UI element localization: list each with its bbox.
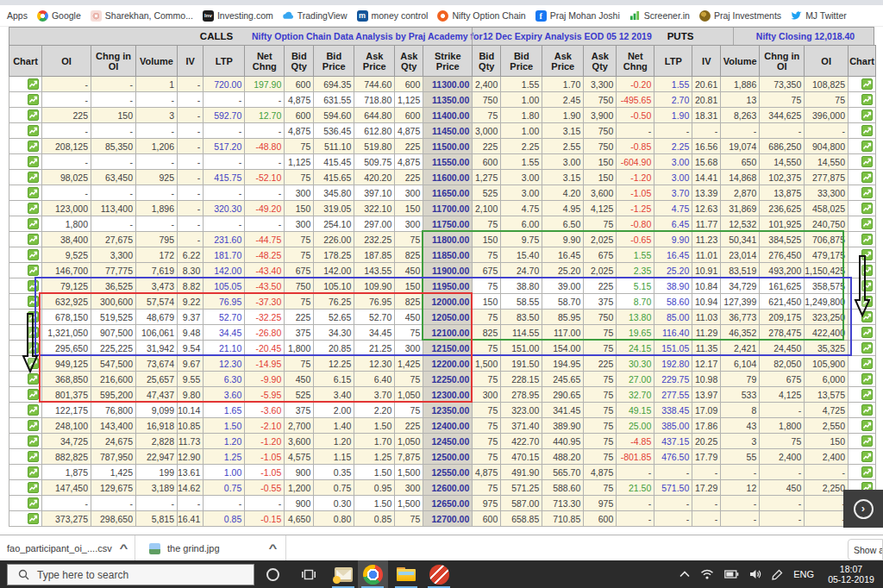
chart-icon[interactable]	[861, 249, 873, 260]
wifi-icon[interactable]	[700, 569, 714, 579]
next-overlay-button[interactable]: ›	[843, 490, 883, 528]
chart-icon[interactable]	[28, 342, 39, 353]
chart-icon[interactable]	[28, 94, 39, 105]
chart-icon[interactable]	[861, 420, 873, 431]
chart-icon[interactable]	[861, 466, 873, 478]
chart-icon[interactable]	[28, 125, 39, 136]
put-oi-cell: 422,400	[805, 325, 849, 341]
chart-icon[interactable]	[28, 513, 39, 524]
chart-icon[interactable]	[28, 109, 39, 121]
chart-icon[interactable]	[28, 466, 39, 478]
chart-cell	[9, 247, 42, 263]
bookmark-nifty[interactable]: Nifty Option Chain	[437, 10, 525, 22]
download-item-csv[interactable]: fao_participant_oi_....csv ^	[0, 535, 135, 561]
chart-icon[interactable]	[861, 156, 873, 167]
bookmark-twitter[interactable]: MJ Twitter	[791, 10, 847, 22]
put-volume-cell: 1,886	[721, 77, 760, 92]
chart-icon[interactable]	[28, 482, 39, 493]
chart-icon[interactable]	[28, 373, 39, 385]
put-net-chng-cell: -0.80	[617, 216, 654, 232]
call-volume-cell: 73,674	[136, 356, 178, 372]
bookmark-google[interactable]: Google	[37, 10, 81, 22]
chart-icon[interactable]	[28, 172, 39, 183]
chart-icon[interactable]	[28, 404, 39, 416]
pen-icon[interactable]	[772, 569, 783, 580]
chart-icon[interactable]	[861, 358, 873, 369]
chart-icon[interactable]	[861, 404, 873, 416]
cortana-button[interactable]	[259, 560, 286, 588]
task-view-button[interactable]	[295, 560, 323, 588]
tray-chevron-up[interactable]	[679, 571, 690, 578]
chart-icon[interactable]	[28, 420, 39, 431]
chevron-up-icon[interactable]: ^	[119, 542, 128, 554]
chart-icon[interactable]	[861, 327, 873, 338]
chart-icon[interactable]	[28, 141, 39, 152]
chart-icon[interactable]	[861, 125, 873, 136]
chart-icon[interactable]	[861, 280, 873, 291]
download-item-jpg[interactable]: the grind.jpg ^	[135, 535, 286, 561]
show-all-downloads-button[interactable]: Show a	[848, 539, 883, 560]
chart-icon[interactable]	[861, 218, 873, 229]
chart-icon[interactable]	[861, 187, 873, 198]
chart-icon[interactable]	[28, 234, 39, 245]
battery-icon[interactable]	[724, 570, 739, 579]
chart-icon[interactable]	[28, 311, 39, 322]
chart-icon[interactable]	[861, 78, 873, 90]
chart-icon[interactable]	[861, 389, 873, 400]
bookmark-moneycontrol[interactable]: mmoney control	[357, 10, 429, 22]
chart-icon[interactable]	[28, 451, 39, 462]
chart-icon[interactable]	[861, 342, 873, 353]
bookmark-screener[interactable]: Screener.in	[629, 10, 690, 22]
chart-icon[interactable]	[28, 435, 39, 447]
bookmark-praj[interactable]: Praj Investments	[699, 10, 781, 22]
chart-icon[interactable]	[28, 218, 39, 229]
chart-icon[interactable]	[28, 389, 39, 400]
chart-icon[interactable]	[861, 435, 873, 447]
chart-icon[interactable]	[28, 296, 39, 307]
bookmark-facebook[interactable]: fPraj Mohan Joshi	[535, 10, 620, 22]
bookmark-tradingview[interactable]: TradingView	[283, 10, 348, 22]
chart-icon[interactable]	[861, 109, 873, 121]
chart-icon[interactable]	[861, 141, 873, 152]
put-oi-cell: -	[805, 465, 849, 480]
chart-icon[interactable]	[28, 156, 39, 167]
chart-icon[interactable]	[861, 172, 873, 183]
chart-icon[interactable]	[28, 78, 39, 90]
chart-icon[interactable]	[861, 265, 873, 276]
sharekhan-app-button[interactable]	[425, 560, 453, 588]
chart-icon[interactable]	[28, 249, 39, 260]
chart-icon[interactable]	[28, 497, 39, 509]
chart-icon[interactable]	[861, 296, 873, 307]
bookmark-investing[interactable]: InvInvesting.com	[203, 10, 273, 22]
chart-icon[interactable]	[28, 265, 39, 276]
chevron-up-icon[interactable]: ^	[268, 542, 277, 554]
chart-icon[interactable]	[28, 280, 39, 291]
chart-icon[interactable]	[28, 358, 39, 369]
chart-cell	[849, 201, 876, 216]
chart-icon[interactable]	[28, 187, 39, 198]
chart-icon[interactable]	[28, 203, 39, 214]
chrome-button[interactable]	[358, 560, 388, 588]
table-row: 678,150519,52548,6799.3752.70-32.2522552…	[9, 310, 876, 325]
chart-icon[interactable]	[861, 373, 873, 385]
file-explorer-button[interactable]	[392, 560, 420, 588]
taskbar-clock[interactable]: 18:07 05-12-2019	[824, 564, 878, 585]
call-ask-price-cell: 612.80	[354, 123, 395, 139]
bookmark-apps[interactable]: Apps	[7, 10, 28, 21]
call-iv-cell: -	[178, 123, 204, 139]
call-ltp-cell: 105.05	[204, 278, 245, 294]
chart-icon[interactable]	[28, 327, 39, 338]
put-ask-price-cell: 245.65	[542, 372, 584, 387]
chart-icon[interactable]	[861, 234, 873, 245]
put-volume-cell: 55	[721, 449, 760, 465]
chart-icon[interactable]	[861, 203, 873, 214]
volume-icon[interactable]	[749, 569, 761, 579]
chart-icon[interactable]	[861, 451, 873, 462]
bookmark-sharekhan[interactable]: Sharekhan, Commo...	[91, 10, 193, 22]
call-ask-price-cell: 6.40	[354, 372, 395, 387]
language-indicator[interactable]: ENG	[793, 569, 814, 579]
chart-icon[interactable]	[861, 94, 873, 105]
chart-icon[interactable]	[861, 311, 873, 322]
taskbar-search-box[interactable]: Type here to search	[7, 564, 254, 585]
mail-app-button[interactable]	[329, 560, 357, 588]
